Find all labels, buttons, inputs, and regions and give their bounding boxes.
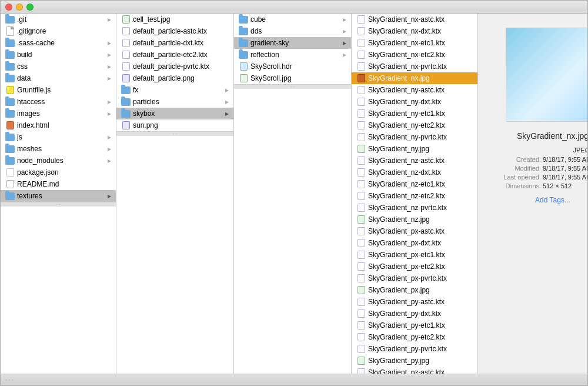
last-opened-value: 9/18/17, 9:55 AM <box>543 174 587 181</box>
list-item[interactable]: htaccess▶ <box>1 96 116 108</box>
jpg-file-icon <box>356 286 366 294</box>
list-item[interactable]: sun.png <box>116 119 233 131</box>
minimize-button[interactable] <box>16 4 23 11</box>
file-name: cube <box>250 15 266 24</box>
list-item[interactable]: Gruntfile.js <box>1 84 116 96</box>
file-name: SkyGradient_px-pvrtc.ktx <box>368 274 447 282</box>
list-item[interactable]: meshes▶ <box>1 143 116 155</box>
ktx-file-icon <box>356 51 366 59</box>
list-item[interactable]: .sass-cache▶ <box>1 37 116 49</box>
list-item[interactable]: skybox▶ <box>116 108 233 119</box>
list-item[interactable]: SkyGradient_nx.jpg <box>352 72 477 84</box>
list-item[interactable]: default_particle-etc2.ktx <box>116 49 233 61</box>
ktx-file-icon <box>356 274 366 282</box>
list-item[interactable]: reflection▶ <box>234 49 351 61</box>
folder-icon <box>5 157 15 165</box>
file-icon <box>5 26 15 36</box>
chevron-right-icon: ▶ <box>343 29 346 34</box>
list-item[interactable]: gradient-sky▶ <box>234 37 351 49</box>
list-item[interactable]: SkyGradient_px-pvrtc.ktx <box>352 272 477 284</box>
list-item[interactable]: SkyGradient_py-etc1.ktx <box>352 320 477 331</box>
list-item[interactable]: default_particle.png <box>116 72 233 84</box>
list-item[interactable]: package.json <box>1 167 116 178</box>
last-opened-label: Last opened <box>492 174 539 181</box>
list-item[interactable]: .git▶ <box>1 14 116 25</box>
list-item[interactable]: SkyGradient_py-dxt.ktx <box>352 308 477 320</box>
column-3: cube▶dds▶gradient-sky▶reflection▶SkyScro… <box>234 14 352 374</box>
modified-value: 9/18/17, 9:55 AM <box>543 165 587 172</box>
list-item[interactable]: SkyGradient_nx-etc1.ktx <box>352 37 477 49</box>
list-item[interactable]: js▶ <box>1 131 116 143</box>
ktx-file-icon <box>356 227 366 235</box>
list-item[interactable]: index.html <box>1 119 116 131</box>
list-item[interactable]: default_particle-pvrtc.ktx <box>116 61 233 72</box>
chevron-right-icon: ▶ <box>108 135 111 140</box>
list-item[interactable]: SkyGradient_ny-dxt.ktx <box>352 96 477 108</box>
list-item[interactable]: textures▶ <box>1 190 116 202</box>
file-name: SkyGradient_nx-pvrtc.ktx <box>368 62 447 71</box>
list-item[interactable]: SkyGradient_px-astc.ktx <box>352 225 477 237</box>
list-item[interactable]: SkyGradient_ny-etc1.ktx <box>352 108 477 119</box>
list-item[interactable]: SkyGradient_nx-pvrtc.ktx <box>352 61 477 72</box>
list-item[interactable]: SkyGradient_py-etc2.ktx <box>352 331 477 343</box>
folder-icon <box>5 134 15 141</box>
ktx-file-icon <box>121 27 131 35</box>
list-item[interactable]: particles▶ <box>116 96 233 108</box>
list-item[interactable]: SkyGradient_ny.jpg <box>352 143 477 155</box>
file-name: SkyGradient_ny-pvrtc.ktx <box>368 133 447 141</box>
folder-icon <box>5 75 15 82</box>
chevron-right-icon: ▶ <box>108 147 111 152</box>
file-name: README.md <box>17 180 59 188</box>
add-tags-button[interactable]: Add Tags... <box>535 196 570 204</box>
list-item[interactable]: SkyGradient_ny-pvrtc.ktx <box>352 131 477 143</box>
list-item[interactable]: SkyGradient_px-etc2.ktx <box>352 261 477 272</box>
list-item[interactable]: SkyGradient_pz-astc.ktx <box>352 367 477 374</box>
list-item[interactable]: default_particle-astc.ktx <box>116 25 233 37</box>
list-item[interactable]: SkyGradient_py-pvrtc.ktx <box>352 343 477 355</box>
list-item[interactable]: SkyGradient_py.jpg <box>352 355 477 367</box>
chevron-right-icon: ▶ <box>225 88 229 93</box>
list-item[interactable]: css▶ <box>1 61 116 72</box>
list-item[interactable]: README.md <box>1 178 116 190</box>
list-item[interactable]: SkyGradient_nx-astc.ktx <box>352 14 477 25</box>
list-item[interactable]: SkyGradient_ny-etc2.ktx <box>352 119 477 131</box>
list-item[interactable]: SkyGradient_nz.jpg <box>352 214 477 225</box>
list-item[interactable]: default_particle-dxt.ktx <box>116 37 233 49</box>
folder-icon <box>5 110 15 118</box>
ktx-file-icon <box>356 251 366 259</box>
png-file-icon <box>121 74 131 82</box>
list-item[interactable]: .gitignore <box>1 25 116 37</box>
file-name: SkyGradient_py-astc.ktx <box>368 298 445 306</box>
list-item[interactable]: SkyGradient_px.jpg <box>352 284 477 296</box>
zoom-button[interactable] <box>26 4 34 11</box>
list-item[interactable]: data▶ <box>1 72 116 84</box>
html-file-icon <box>5 121 15 129</box>
list-item[interactable]: SkyGradient_px-dxt.ktx <box>352 237 477 249</box>
list-item[interactable]: SkyGradient_nz-dxt.ktx <box>352 167 477 178</box>
list-item[interactable]: SkyGradient_nz-etc1.ktx <box>352 178 477 190</box>
list-item[interactable]: images▶ <box>1 108 116 119</box>
list-item[interactable]: SkyGradient_nz-astc.ktx <box>352 155 477 167</box>
list-item[interactable]: SkyGradient_nx-dxt.ktx <box>352 25 477 37</box>
list-item[interactable]: SkyGradient_nz-etc2.ktx <box>352 190 477 202</box>
folder-icon <box>5 192 15 200</box>
list-item[interactable]: build▶ <box>1 49 116 61</box>
list-item[interactable]: SkyScroll.jpg <box>234 72 351 84</box>
list-item[interactable]: fx▶ <box>116 84 233 96</box>
list-item[interactable]: SkyGradient_px-etc1.ktx <box>352 249 477 261</box>
file-name: SkyGradient_py-dxt.ktx <box>368 310 441 318</box>
list-item[interactable]: SkyScroll.hdr <box>234 61 351 72</box>
ktx-file-icon <box>356 345 366 353</box>
list-item[interactable]: SkyGradient_ny-astc.ktx <box>352 84 477 96</box>
list-item[interactable]: SkyGradient_nx-etc2.ktx <box>352 49 477 61</box>
list-item[interactable]: SkyGradient_nz-pvrtc.ktx <box>352 202 477 214</box>
list-item[interactable]: cell_test.jpg <box>116 14 233 25</box>
list-item[interactable]: dds▶ <box>234 25 351 37</box>
list-item[interactable]: SkyGradient_py-astc.ktx <box>352 296 477 308</box>
list-item[interactable]: node_modules▶ <box>1 155 116 167</box>
file-name: SkyGradient_py-pvrtc.ktx <box>368 345 447 353</box>
folder-icon <box>5 98 15 106</box>
list-item[interactable]: cube▶ <box>234 14 351 25</box>
close-button[interactable] <box>5 4 12 11</box>
jpg-file-icon <box>356 215 366 224</box>
